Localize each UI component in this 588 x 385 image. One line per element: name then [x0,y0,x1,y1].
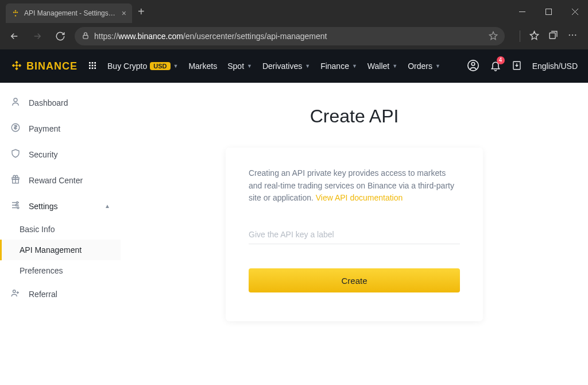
svg-point-18 [14,98,17,102]
svg-point-4 [572,34,573,36]
notification-badge: 4 [497,56,505,64]
chevron-up-icon: ▲ [105,203,110,209]
settings-icon [10,200,21,212]
svg-rect-9 [89,64,91,66]
svg-point-5 [575,34,576,36]
chevron-down-icon: ▼ [305,63,310,69]
language-currency[interactable]: English/USD [532,61,578,71]
svg-rect-10 [92,64,94,66]
dashboard-icon [10,97,21,109]
brand-logo[interactable]: BINANCE [10,60,78,72]
svg-rect-8 [94,62,96,64]
svg-point-24 [17,207,19,209]
reward-icon [10,174,21,186]
notifications-icon[interactable]: 4 [490,60,501,73]
sidebar-settings[interactable]: Settings ▲ [0,193,121,219]
security-icon [10,148,21,160]
sidebar-basic-info[interactable]: Basic Info [0,219,121,240]
create-api-card: Creating an API private key provides acc… [226,148,483,321]
forward-button[interactable] [29,28,46,45]
minimize-button[interactable] [509,0,535,23]
app-header: BINANCE Buy Crypto USD ▼ Markets Spot▼ D… [0,49,588,83]
sidebar-payment[interactable]: Payment [0,116,121,141]
svg-point-23 [16,205,17,206]
svg-rect-7 [92,62,94,64]
favorite-icon[interactable] [489,31,498,42]
svg-point-3 [569,34,570,36]
favorites-icon[interactable] [529,30,539,43]
back-button[interactable] [6,28,23,45]
referral-icon [10,288,21,300]
svg-point-16 [471,62,475,66]
brand-name: BINANCE [26,60,78,72]
toolbar-divider [520,30,520,42]
close-window-button[interactable] [562,0,588,23]
browser-titlebar: API Management - Settings - Bin × + [0,0,588,23]
chevron-down-icon: ▼ [352,63,357,69]
tab-favicon [11,9,20,17]
svg-point-22 [17,202,18,203]
svg-point-25 [13,290,16,293]
chevron-down-icon: ▼ [435,63,440,69]
refresh-button[interactable] [52,28,69,45]
more-icon[interactable] [567,30,578,43]
page-title: Create API [310,106,399,127]
nav-derivatives[interactable]: Derivatives▼ [262,61,310,71]
address-bar[interactable]: https://www.binance.com/en/usercenter/se… [75,27,505,45]
sidebar-referral[interactable]: Referral [0,281,121,307]
chevron-down-icon: ▼ [173,63,179,69]
create-button[interactable]: Create [249,268,460,292]
svg-rect-2 [550,33,555,38]
maximize-button[interactable] [535,0,562,23]
api-docs-link[interactable]: View API documentation [316,193,403,202]
collections-icon[interactable] [548,30,558,43]
lock-icon [82,32,90,41]
payment-icon [10,122,21,134]
svg-rect-0 [546,9,551,14]
tab-title: API Management - Settings - Bin [24,9,117,17]
browser-tab[interactable]: API Management - Settings - Bin × [6,3,132,23]
card-description: Creating an API private key provides acc… [249,167,460,205]
sidebar-security[interactable]: Security [0,141,121,167]
nav-orders[interactable]: Orders▼ [408,61,440,71]
sidebar-dashboard[interactable]: Dashboard [0,90,121,116]
nav-markets[interactable]: Markets [188,61,217,71]
url-text: https://www.binance.com/en/usercenter/se… [94,32,484,41]
binance-logo-icon [10,60,23,72]
nav-spot[interactable]: Spot▼ [227,61,252,71]
usd-badge: USD [150,62,170,70]
nav-finance[interactable]: Finance▼ [320,61,357,71]
sidebar: Dashboard Payment Security Reward Center… [0,83,121,385]
account-icon[interactable] [467,59,479,74]
nav-buy-crypto[interactable]: Buy Crypto USD ▼ [107,61,178,71]
apps-grid-icon[interactable] [88,61,97,72]
download-icon[interactable] [512,60,522,72]
svg-rect-1 [83,35,88,38]
sidebar-reward-center[interactable]: Reward Center [0,167,121,193]
api-label-input[interactable] [249,225,460,244]
chevron-down-icon: ▼ [247,63,252,69]
svg-rect-14 [94,67,96,69]
chevron-down-icon: ▼ [392,63,397,69]
svg-rect-13 [92,67,94,69]
sidebar-api-management[interactable]: API Management [0,240,121,260]
svg-rect-6 [89,62,91,64]
sidebar-preferences[interactable]: Preferences [0,260,121,281]
svg-rect-12 [89,67,91,69]
tab-close-icon[interactable]: × [122,9,126,18]
nav-wallet[interactable]: Wallet▼ [368,61,397,71]
svg-rect-11 [94,64,96,66]
main-content: Create API Creating an API private key p… [121,83,588,385]
new-tab-button[interactable]: + [138,5,145,18]
